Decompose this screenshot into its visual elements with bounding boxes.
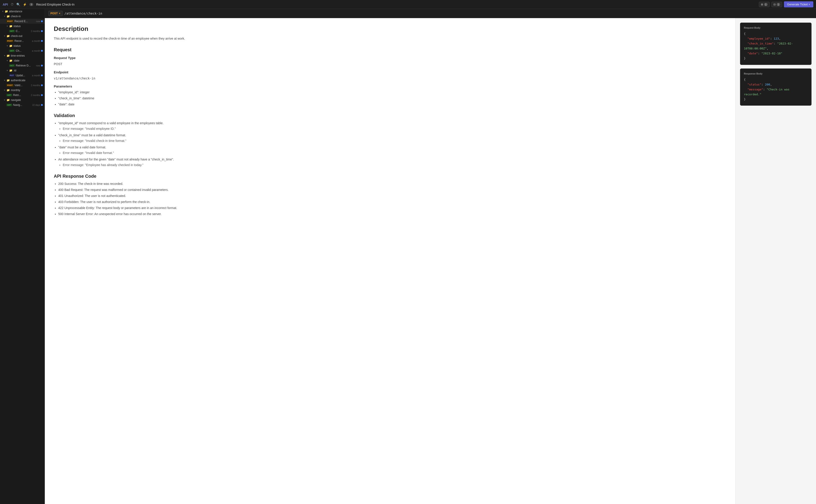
activity-dot — [41, 65, 43, 66]
sidebar-item-auth-post[interactable]: POST Valid... 2 months — [0, 83, 45, 88]
list-item: "date" must be a valid date format. Erro… — [58, 145, 726, 155]
param-check-in-time: "check_in_time": datetime — [58, 96, 94, 100]
sidebar-item-date[interactable]: ▼ 📁 :date — [0, 58, 45, 63]
folder-icon: 📁 — [6, 98, 10, 102]
sidebar-item-label: monthly — [11, 89, 43, 92]
resp-status-key: "status" — [747, 83, 762, 86]
sidebar-item-label: Retrieve D... — [16, 64, 36, 67]
list-item: "check_in_time" must be a valid datetime… — [58, 133, 726, 143]
sidebar-item-status1-get[interactable]: GET C... 2 months — [0, 29, 45, 34]
item-time: a month — [32, 50, 40, 52]
list-item: 403 Forbidden: The user is not authorize… — [58, 200, 726, 204]
grid-icon-btn[interactable]: ⊞ 1 — [759, 2, 770, 7]
item-time: a month — [32, 40, 40, 42]
item-time: 22 days — [32, 104, 40, 106]
list-item: 400 Bad Request: The request was malform… — [58, 188, 726, 192]
sidebar-item-monthly-get[interactable]: GET Retri... 2 months — [0, 93, 45, 98]
topbar-right: ⊞ 1 ⊟ 1 Generate Ticket + — [759, 1, 813, 7]
doc-section-api-response: API Response Code — [54, 174, 726, 179]
sidebar-item-navigate[interactable]: ▼ 📁 navigate — [0, 98, 45, 103]
sidebar-item-attendance[interactable]: ▼ 📁 attendance — [0, 9, 45, 14]
chevron-down-icon: ▼ — [59, 12, 61, 15]
sidebar-item-id[interactable]: ▼ 📁 :id — [0, 68, 45, 73]
doc-response-codes-list: 200 Success: The check-in time was recor… — [54, 182, 726, 216]
list-item: Error message: "Invalid date format." — [63, 151, 726, 155]
url-bar: POST ▼ /attendance/check-in — [45, 9, 816, 18]
doc-request-type-heading: Request Type — [54, 56, 726, 60]
doc-main: Description This API endpoint is used to… — [45, 18, 735, 504]
put-badge: PUT — [9, 74, 15, 77]
get-badge: GET — [6, 104, 12, 106]
sidebar-item-status1[interactable]: ▼ 📁 status — [0, 24, 45, 29]
activity-dot — [41, 30, 43, 32]
sidebar-item-status2[interactable]: ▼ 📁 status — [0, 43, 45, 48]
list-item: "date": date — [58, 102, 726, 107]
sidebar-item-navigate-get[interactable]: GET Navig... 22 days — [0, 103, 45, 107]
sidebar-item-label: Ch... — [16, 49, 32, 52]
chevron-icon: ▼ — [4, 55, 6, 57]
topbar-title: Record Employee Check-In — [36, 3, 74, 6]
sidebar-item-label: time-entries — [11, 54, 43, 57]
topbar-icon-badge: 9 — [29, 3, 33, 6]
rb-employee-id-key: "employee_id" — [747, 37, 770, 40]
list-item: 500 Internal Server Error: An unexpected… — [58, 212, 726, 216]
request-body-block: Request Body { "employee_id": 123, "chec… — [740, 23, 812, 65]
doc-parameters-list: "employee_id": integer "check_in_time": … — [54, 90, 726, 107]
sidebar-item-label: check-out — [11, 34, 43, 38]
sidebar-item-check-out[interactable]: ▼ 📁 check-out — [0, 34, 45, 38]
post-badge: POST — [6, 84, 14, 87]
activity-dot — [41, 20, 43, 22]
rb-employee-id-val: 123 — [774, 37, 779, 40]
chevron-icon: ▼ — [4, 89, 6, 91]
sidebar-item-date-get[interactable]: GET Retrieve D... now — [0, 63, 45, 68]
sidebar-item-label: Recor... — [15, 39, 32, 43]
sidebar-item-label: Valid... — [15, 84, 31, 87]
topbar-icon-filter[interactable]: ⚡ — [23, 3, 27, 6]
doc-content: Description This API endpoint is used to… — [45, 18, 816, 504]
chevron-icon: ▼ — [6, 45, 8, 47]
chevron-icon: ▼ — [4, 15, 6, 17]
sidebar-item-label: :id — [13, 69, 43, 72]
layout-badge: 1 — [777, 3, 780, 6]
activity-dot — [41, 104, 43, 106]
sidebar-item-status2-get[interactable]: GET Ch... a month — [0, 48, 45, 53]
sidebar-item-id-put[interactable]: PUT Updat... a month — [0, 73, 45, 78]
sidebar-item-checkout-post[interactable]: POST Recor... a month — [0, 38, 45, 43]
url-path: /attendance/check-in — [64, 12, 102, 15]
doc-section-request: Request — [54, 47, 726, 52]
method-select[interactable]: POST ▼ — [48, 11, 63, 16]
get-badge: GET — [9, 49, 15, 52]
sidebar-item-authenticate[interactable]: ▼ 📁 authenticate — [0, 78, 45, 83]
grid-icon: ⊞ — [761, 3, 763, 6]
request-body-label: Request Body — [744, 26, 808, 29]
doc-endpoint-value: v1/attendance/check-in — [54, 76, 726, 81]
doc-right-sidebar: Request Body { "employee_id": 123, "chec… — [735, 18, 816, 504]
sidebar-item-check-in[interactable]: ▼ 📁 check-in — [0, 14, 45, 19]
sidebar-item-label: check-in — [11, 15, 43, 18]
folder-icon: 📁 — [6, 89, 10, 92]
topbar-icon-search[interactable]: 🔍 — [16, 3, 20, 6]
folder-icon: 📁 — [6, 79, 10, 82]
item-time: now — [36, 20, 40, 23]
folder-icon: 📁 — [5, 10, 8, 13]
doc-parameters-heading: Parameters — [54, 84, 726, 88]
post-badge: POST — [6, 40, 14, 42]
list-item: "employee_id": integer — [58, 90, 726, 95]
sidebar-item-time-entries[interactable]: ▼ 📁 time-entries — [0, 53, 45, 58]
content-area: POST ▼ /attendance/check-in Description … — [45, 9, 816, 504]
list-item: Error message: "Employee has already che… — [63, 163, 726, 167]
sidebar-item-monthly[interactable]: ▼ 📁 monthly — [0, 88, 45, 93]
get-badge: GET — [9, 30, 15, 32]
folder-icon: 📁 — [6, 34, 10, 38]
layout-icon-btn[interactable]: ⊟ 1 — [771, 2, 782, 7]
folder-icon: 📁 — [9, 69, 13, 72]
sidebar-item-label: authenticate — [11, 79, 43, 82]
sidebar-item-checkin-post[interactable]: POST Record E... now — [0, 19, 45, 24]
response-body-label: Response Body — [744, 72, 808, 75]
chevron-icon: ▼ — [4, 35, 6, 37]
get-badge: GET — [6, 94, 12, 96]
param-date: "date": date — [58, 103, 74, 106]
resp-message-key: "message" — [747, 88, 763, 91]
generate-ticket-button[interactable]: Generate Ticket + — [784, 1, 813, 7]
rb-date-val: "2023-02-10" — [761, 52, 782, 55]
